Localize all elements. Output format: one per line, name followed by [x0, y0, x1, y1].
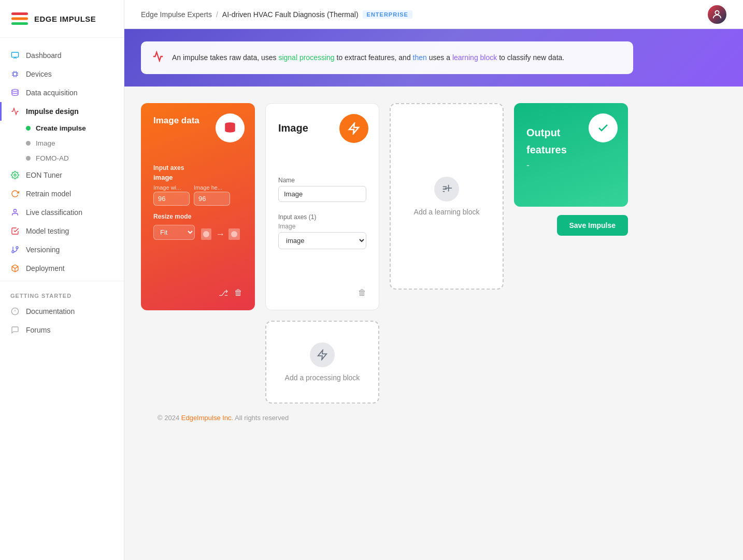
logo-text: EDGE IMPULSE [34, 15, 96, 23]
processing-block-icon [339, 114, 368, 143]
banner-inner: An impulse takes raw data, uses signal p… [141, 41, 633, 74]
getting-started-label: GETTING STARTED [0, 284, 124, 302]
image-width-label: Image wi... [153, 184, 190, 191]
svg-point-20 [231, 231, 237, 237]
name-field: Name [278, 170, 366, 202]
page-footer: © 2024 EdgeImpulse Inc. All rights reser… [141, 404, 726, 432]
sidebar-item-forums[interactable]: Forums [0, 321, 124, 339]
right-column: Output features - Save Impulse [514, 103, 628, 236]
inactive-dot-2 [26, 156, 31, 161]
sidebar-item-create-impulse[interactable]: Create impulse [26, 121, 124, 136]
enterprise-badge: ENTERPRISE [363, 10, 412, 19]
sidebar-item-eon-tuner[interactable]: EON Tuner [0, 166, 124, 184]
svg-point-5 [12, 89, 18, 91]
main-content: Edge Impulse Experts / AI-driven HVAC Fa… [124, 0, 743, 560]
sidebar: EDGE IMPULSE Dashboard Devices Data acqu… [0, 0, 124, 560]
add-learning-label: Add a learning block [414, 208, 480, 216]
breadcrumb-link[interactable]: Edge Impulse Experts [141, 10, 212, 19]
input-axes-value: image [153, 174, 242, 181]
input-block-footer: ⎇ 🗑 [153, 282, 242, 298]
sidebar-divider [0, 281, 124, 281]
breadcrumb: Edge Impulse Experts / AI-driven HVAC Fa… [141, 10, 412, 19]
input-block-icon [216, 113, 245, 142]
sidebar-item-documentation[interactable]: Documentation [0, 302, 124, 321]
sidebar-item-dashboard[interactable]: Dashboard [0, 46, 124, 65]
active-dot [26, 126, 31, 131]
add-processing-icon [310, 342, 335, 367]
svg-marker-21 [349, 123, 359, 134]
save-impulse-button[interactable]: Save Impulse [557, 215, 628, 236]
monitor-icon [10, 51, 20, 60]
sidebar-item-devices[interactable]: Devices [0, 65, 124, 83]
breadcrumb-current: AI-driven HVAC Fault Diagnosis (Thermal) [222, 10, 359, 19]
person-icon [10, 208, 20, 217]
footer-rights: All rights reserved [235, 414, 289, 422]
svg-rect-1 [11, 18, 28, 20]
user-avatar[interactable] [708, 5, 726, 24]
activity-icon [10, 107, 20, 116]
svg-point-15 [715, 10, 719, 14]
database-icon [10, 88, 20, 97]
svg-rect-2 [11, 22, 28, 25]
second-row: Add a processing block [265, 321, 726, 404]
header-banner: An impulse takes raw data, uses signal p… [124, 29, 743, 87]
footer-company-link[interactable]: EdgeImpulse Inc. [181, 414, 233, 422]
output-block-icon [589, 113, 618, 142]
sidebar-item-retrain-model[interactable]: Retrain model [0, 184, 124, 203]
sidebar-item-versioning[interactable]: Versioning [0, 240, 124, 259]
processing-block-footer: 🗑 [278, 282, 366, 297]
resize-preview: → [200, 226, 240, 242]
processing-block: Image Name Input axes (1) Image image [265, 103, 379, 310]
image-height-input[interactable] [194, 192, 230, 206]
branch-icon[interactable]: ⎇ [219, 288, 228, 298]
breadcrumb-separator: / [216, 10, 218, 19]
resize-mode-label: Resize mode [153, 213, 242, 220]
output-title-line2: features [526, 144, 616, 156]
forums-icon [10, 325, 20, 335]
add-processing-label: Add a processing block [285, 374, 360, 382]
input-block: Image data Input axes image Image wi... … [141, 103, 255, 310]
logo-icon [10, 9, 29, 28]
svg-rect-4 [13, 73, 17, 76]
docs-icon [10, 307, 20, 316]
impulse-row: Image data Input axes image Image wi... … [141, 103, 726, 310]
sidebar-item-image[interactable]: Image [26, 136, 124, 151]
inactive-dot [26, 141, 31, 146]
delete-icon[interactable]: 🗑 [234, 288, 242, 298]
refresh-icon [10, 189, 20, 198]
sidebar-item-impulse-design[interactable]: Impulse design [0, 102, 124, 121]
add-processing-block[interactable]: Add a processing block [265, 321, 379, 404]
sidebar-nav: Dashboard Devices Data acquisition Impul… [0, 38, 124, 348]
sidebar-item-model-testing[interactable]: Model testing [0, 222, 124, 240]
image-height-label: Image he... [194, 184, 230, 191]
delete-processing-icon[interactable]: 🗑 [358, 288, 366, 297]
input-axes-sublabel: Image [278, 223, 366, 230]
image-width-input[interactable] [153, 192, 190, 206]
settings-icon [10, 170, 20, 180]
sidebar-item-deployment[interactable]: Deployment [0, 259, 124, 278]
output-value: - [526, 160, 616, 171]
add-learning-block[interactable]: Add a learning block [390, 103, 504, 290]
input-axes-select[interactable]: image [278, 232, 366, 249]
pulse-icon [152, 51, 164, 65]
sidebar-item-fomo-ad[interactable]: FOMO-AD [26, 151, 124, 166]
add-learning-icon [434, 177, 459, 202]
sub-nav: Create impulse Image FOMO-AD [0, 121, 124, 166]
svg-rect-3 [11, 52, 18, 57]
logo[interactable]: EDGE IMPULSE [0, 0, 124, 38]
footer-copyright: © 2024 [158, 414, 179, 422]
resize-mode-select[interactable]: Fit Squash Crop Pad [153, 225, 195, 240]
svg-point-10 [12, 251, 14, 253]
chip-icon [10, 69, 20, 79]
svg-marker-22 [318, 350, 327, 360]
sidebar-item-live-classification[interactable]: Live classification [0, 203, 124, 222]
sidebar-item-data-acquisition[interactable]: Data acquisition [0, 83, 124, 102]
svg-point-7 [13, 209, 16, 212]
banner-text: An impulse takes raw data, uses signal p… [172, 52, 564, 63]
package-icon [10, 264, 20, 273]
test-icon [10, 226, 20, 236]
output-block: Output features - [514, 103, 628, 207]
git-icon [10, 245, 20, 254]
svg-rect-0 [11, 12, 28, 15]
name-input[interactable] [278, 186, 366, 202]
